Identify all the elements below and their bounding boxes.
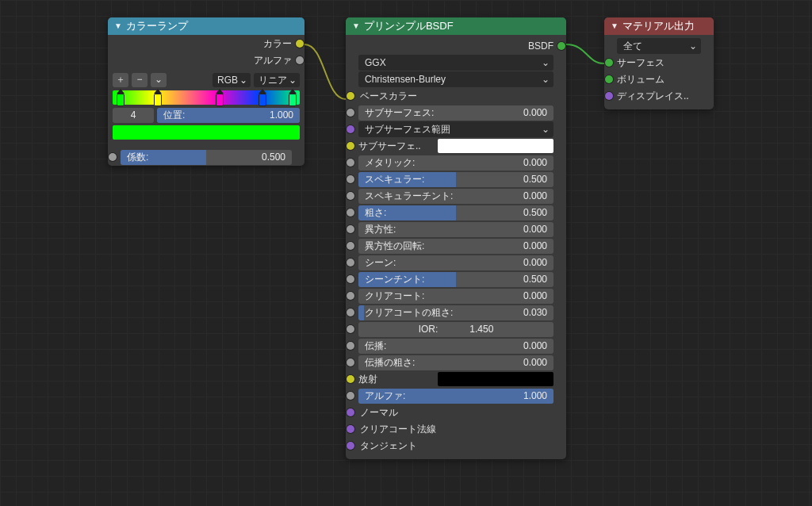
socket-input[interactable] — [347, 259, 354, 266]
input-row: ベースカラー — [350, 88, 561, 104]
input-row: クリアコート:0.000 — [350, 288, 561, 304]
socket-input[interactable] — [347, 309, 354, 316]
input-row: 放射 — [350, 371, 561, 387]
input-row: サブサーフェス範囲 — [350, 121, 561, 137]
input-select[interactable]: サブサーフェス範囲 — [358, 121, 553, 137]
socket-input[interactable] — [347, 408, 354, 416]
input-row: 粗さ:0.500 — [350, 205, 561, 220]
input-row: 伝播:0.000 — [350, 338, 561, 354]
value-slider[interactable]: シーン:0.000 — [358, 255, 553, 270]
socket-input[interactable] — [347, 275, 354, 283]
target-select[interactable]: 全て — [617, 38, 701, 54]
socket-input[interactable] — [347, 192, 354, 200]
socket-input[interactable] — [347, 109, 354, 117]
input-row: ノーマル — [350, 404, 561, 420]
socket-in-fac[interactable] — [109, 153, 117, 161]
input-row: アルファ:1.000 — [350, 388, 561, 404]
socket-input[interactable] — [347, 442, 354, 450]
node-title: マテリアル出力 — [622, 17, 695, 35]
ramp-position-field[interactable]: 位置: 1.000 — [157, 108, 300, 123]
sss-method-select[interactable]: Christensen-Burley — [358, 71, 553, 87]
socket-input[interactable] — [347, 225, 354, 233]
value-slider[interactable]: 異方性:0.000 — [358, 222, 553, 237]
input-row: サブサーフェス:0.000 — [350, 105, 561, 121]
color-ramp-gradient[interactable] — [113, 90, 300, 105]
value-slider[interactable]: IOR:1.450 — [358, 322, 553, 337]
fac-slider[interactable]: 係数: 0.500 — [121, 150, 292, 165]
node-header[interactable]: ▼ マテリアル出力 — [604, 17, 714, 35]
socket-out-bsdf[interactable] — [557, 42, 565, 50]
input-row: クリアコート法線 — [350, 421, 561, 437]
collapse-icon[interactable]: ▼ — [352, 17, 360, 35]
output-color: カラー — [113, 36, 300, 52]
ramp-remove-button[interactable]: − — [132, 73, 147, 87]
ramp-color-swatch[interactable] — [113, 125, 300, 140]
socket-input[interactable] — [347, 425, 354, 433]
input-label: サブサーフェ.. — [358, 140, 438, 153]
value-slider[interactable]: アルファ:1.000 — [358, 389, 553, 404]
socket-input[interactable] — [347, 92, 354, 100]
input-fac: 係数: 0.500 — [113, 149, 300, 165]
collapse-icon[interactable]: ▼ — [114, 17, 122, 35]
node-header[interactable]: ▼ プリンシプルBSDF — [346, 17, 566, 35]
value-slider[interactable]: サブサーフェス:0.000 — [358, 105, 553, 121]
input-label: 放射 — [358, 373, 438, 386]
node-color-ramp[interactable]: ▼ カラーランプ カラー アルファ ＋ − ⌄ RGB リニア 4 — [108, 17, 304, 166]
socket-input[interactable] — [347, 159, 354, 167]
socket-input[interactable] — [347, 342, 354, 350]
input-row: タンジェント — [350, 438, 561, 454]
socket-input[interactable] — [605, 92, 613, 100]
input-row: 伝播の粗さ:0.000 — [350, 355, 561, 370]
input-row: スペキュラー:0.500 — [350, 171, 561, 187]
socket-input[interactable] — [347, 392, 354, 400]
color-swatch[interactable] — [438, 372, 553, 386]
value-slider[interactable]: スペキュラー:0.500 — [358, 172, 553, 187]
value-slider[interactable]: メタリック:0.000 — [358, 155, 553, 171]
output-bsdf: BSDF — [350, 38, 561, 54]
socket-input[interactable] — [347, 358, 354, 366]
input-label: ノーマル — [358, 406, 398, 420]
node-title: カラーランプ — [126, 17, 188, 35]
socket-input[interactable] — [347, 125, 354, 133]
socket-input[interactable] — [347, 325, 354, 333]
value-slider[interactable]: 異方性の回転:0.000 — [358, 239, 553, 254]
input-label: クリアコート法線 — [358, 423, 436, 436]
value-slider[interactable]: クリアコート:0.000 — [358, 289, 553, 304]
input-row: IOR:1.450 — [350, 321, 561, 337]
node-title: プリンシプルBSDF — [364, 17, 454, 35]
socket-input[interactable] — [347, 242, 354, 250]
node-principled-bsdf[interactable]: ▼ プリンシプルBSDF BSDF GGX Christensen-Burley… — [346, 17, 566, 459]
output-alpha: アルファ — [113, 52, 300, 68]
socket-out-color[interactable] — [296, 40, 304, 48]
socket-input[interactable] — [347, 375, 354, 383]
socket-out-alpha[interactable] — [296, 56, 304, 64]
color-swatch[interactable] — [438, 139, 553, 153]
value-slider[interactable]: クリアコートの粗さ:0.030 — [358, 305, 553, 320]
ramp-interp-select[interactable]: リニア — [254, 73, 300, 87]
input-label: ボリューム — [617, 73, 665, 86]
socket-input[interactable] — [605, 59, 613, 67]
ramp-index-field[interactable]: 4 — [113, 108, 154, 123]
ramp-add-button[interactable]: ＋ — [113, 73, 128, 87]
socket-input[interactable] — [347, 292, 354, 300]
socket-input[interactable] — [347, 175, 354, 183]
node-header[interactable]: ▼ カラーランプ — [108, 17, 304, 35]
value-slider[interactable]: スペキュラーチント:0.000 — [358, 189, 553, 204]
socket-input[interactable] — [347, 209, 354, 217]
value-slider[interactable]: 伝播:0.000 — [358, 339, 553, 354]
ramp-menu-button[interactable]: ⌄ — [151, 73, 167, 87]
ramp-mode-select[interactable]: RGB — [213, 73, 251, 87]
value-slider[interactable]: 伝播の粗さ:0.000 — [358, 355, 553, 370]
input-row: 異方性の回転:0.000 — [350, 238, 561, 254]
input-row: シーン:0.000 — [350, 255, 561, 270]
input-row: サブサーフェ.. — [350, 138, 561, 154]
socket-input[interactable] — [605, 75, 613, 83]
input-label: タンジェント — [358, 439, 417, 453]
value-slider[interactable]: 粗さ:0.500 — [358, 205, 553, 220]
distribution-select[interactable]: GGX — [358, 55, 553, 71]
value-slider[interactable]: シーンチント:0.500 — [358, 272, 553, 287]
socket-input[interactable] — [347, 142, 354, 150]
input-row: サーフェス — [609, 55, 709, 71]
node-material-output[interactable]: ▼ マテリアル出力 全て サーフェスボリュームディスプレイス.. — [604, 17, 714, 109]
collapse-icon[interactable]: ▼ — [611, 17, 619, 35]
